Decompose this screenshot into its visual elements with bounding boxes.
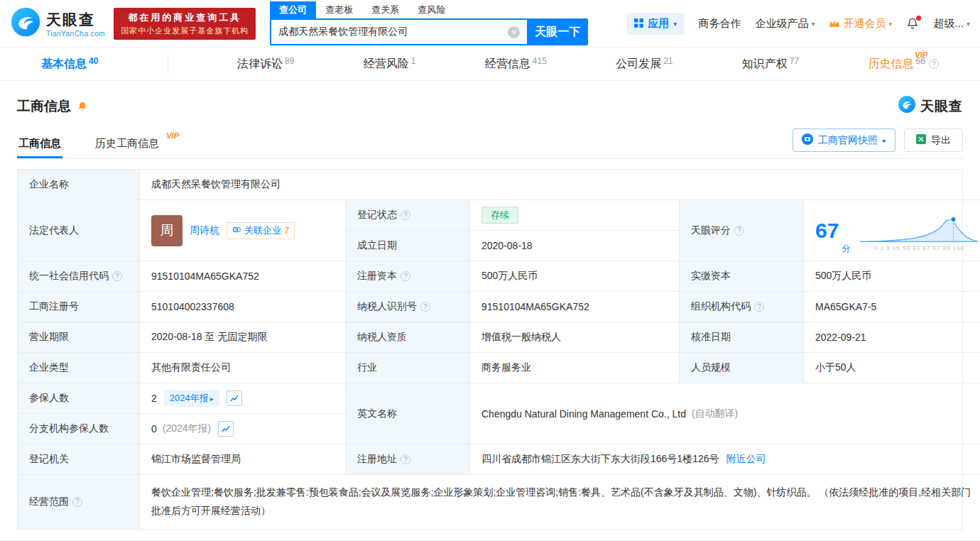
score-unit: 分 xyxy=(842,243,850,255)
brand-name: 天眼查 xyxy=(46,10,105,30)
chevron-down-icon: ▾ xyxy=(888,20,892,28)
search-tab-boss[interactable]: 查老板 xyxy=(316,1,362,18)
export-label: 导出 xyxy=(931,134,951,147)
label-credit-code: 统一社会信用代码 ? xyxy=(18,261,140,292)
chevron-down-icon: ▾ xyxy=(811,20,815,28)
notification-dot xyxy=(916,16,921,21)
help-icon[interactable]: ? xyxy=(754,302,764,312)
tab-operating-risk[interactable]: 经营风险 1 xyxy=(364,57,416,72)
chevron-right-icon: ▸ xyxy=(883,136,886,144)
clear-icon[interactable]: ✕ xyxy=(508,26,520,38)
chevron-down-icon: ▾ xyxy=(967,20,970,28)
label-text: 统一社会信用代码 xyxy=(29,270,109,283)
help-icon[interactable]: ? xyxy=(112,271,122,281)
auto-translate-note: (自动翻译) xyxy=(692,408,738,420)
tab-legal-proceedings[interactable]: 法律诉讼 89 xyxy=(237,57,294,72)
company-section-tabs: 基本信息 40 法律诉讼 89 经营风险 1 经营信息 415 公司发展 21 … xyxy=(0,47,980,81)
related-companies-badge[interactable]: 关联企业 7 xyxy=(227,222,295,239)
trend-chart-icon[interactable] xyxy=(218,421,234,437)
tab-label: 历史信息 xyxy=(869,57,914,72)
insured-number: 2 xyxy=(151,393,157,404)
value-taxpayer-id: 91510104MA65GKA752 xyxy=(470,292,680,322)
tab-basic-info[interactable]: 基本信息 40 xyxy=(41,57,98,72)
vip-badge: VIP xyxy=(166,131,179,140)
address-text: 四川省成都市锦江区东大街下东大街段166号1楼126号 xyxy=(481,453,719,466)
label-registration-number: 工商注册号 xyxy=(18,292,140,322)
label-registration-authority: 登记机关 xyxy=(18,444,140,475)
brand-domain: TianYanCha.com xyxy=(46,30,105,38)
label-org-code: 组织机构代码 ? xyxy=(680,292,804,322)
help-icon[interactable]: ? xyxy=(420,302,430,312)
label-text: 注册地址 xyxy=(357,453,397,466)
apps-button[interactable]: 应用 ▾ xyxy=(627,13,684,35)
search-tab-relation[interactable]: 查关系 xyxy=(362,1,408,18)
section-title: 工商信息 xyxy=(17,97,71,116)
value-company-type: 其他有限责任公司 xyxy=(140,353,346,383)
chevron-down-icon: ▾ xyxy=(673,20,677,28)
page: 天眼查 TianYanCha.com 都在用的商业查询工具 国家中小企业发展子基… xyxy=(0,0,980,541)
subtab-business-info[interactable]: 工商信息 xyxy=(17,137,62,158)
help-icon[interactable]: ? xyxy=(401,454,410,464)
grid-icon xyxy=(634,18,643,30)
value-registration-number: 510104002337608 xyxy=(140,292,346,322)
value-registration-status: 存续 xyxy=(470,200,680,231)
nav-enterprise-products[interactable]: 企业级产品 ▾ xyxy=(755,17,815,31)
score-number: 67 xyxy=(815,220,839,241)
value-org-code: MA65GKA7-5 xyxy=(804,292,980,322)
value-business-scope: 餐饮企业管理;餐饮服务;批发兼零售:预包装食品;会议及展览服务;企业形象策划;企… xyxy=(140,475,980,529)
tab-count: 89 xyxy=(285,56,294,66)
tab-intellectual-property[interactable]: 知识产权 77 xyxy=(742,57,799,72)
value-insured-count: 2 2024年报 ▸ xyxy=(140,383,346,414)
subscribe-bell-icon[interactable] xyxy=(77,101,88,112)
help-icon[interactable]: ? xyxy=(72,497,82,507)
search-tabs: 查公司 查老板 查关系 查风险 xyxy=(270,1,588,18)
label-registration-status: 登记状态 ? xyxy=(346,200,470,231)
top-bar: 天眼查 TianYanCha.com 都在用的商业查询工具 国家中小企业发展子基… xyxy=(0,0,980,47)
nav-super-label: 超级... xyxy=(933,17,964,31)
help-icon[interactable]: ? xyxy=(401,271,410,281)
tab-label: 经营风险 xyxy=(364,57,409,72)
tianyancha-logo-icon xyxy=(898,95,916,117)
tab-company-development[interactable]: 公司发展 21 xyxy=(616,57,673,72)
nearby-companies-link[interactable]: 附近公司 xyxy=(726,453,766,466)
search-tab-company[interactable]: 查公司 xyxy=(270,1,316,18)
status-badge: 存续 xyxy=(481,207,518,224)
score-axis-labels: 0 1 3 15 50 83 87 97 99 100 xyxy=(874,245,964,251)
help-icon[interactable]: ? xyxy=(734,226,744,236)
label-text: 纳税人识别号 xyxy=(357,300,417,313)
label-registered-address: 注册地址 ? xyxy=(346,444,470,475)
value-registered-address: 四川省成都市锦江区东大街下东大街段166号1楼126号 附近公司 xyxy=(470,444,980,475)
search-box: ✕ xyxy=(270,18,527,45)
label-branch-insured-count: 分支机构参保人数 xyxy=(18,414,140,444)
label-text: 登记状态 xyxy=(357,209,397,222)
value-taxpayer-quality: 增值税一般纳税人 xyxy=(470,322,680,353)
search-tab-risk[interactable]: 查风险 xyxy=(408,1,454,18)
subtab-history-business-info[interactable]: 历史工商信息 VIP xyxy=(94,137,160,158)
label-legal-representative: 法定代表人 xyxy=(18,200,140,261)
tab-history-info[interactable]: VIP 历史信息 66 ? xyxy=(869,57,939,72)
help-icon[interactable]: ? xyxy=(929,59,939,69)
help-icon[interactable]: ? xyxy=(401,210,410,220)
legal-rep-avatar[interactable]: 周 xyxy=(151,215,183,246)
branch-insured-number: 0 xyxy=(151,423,157,435)
official-snapshot-button[interactable]: 工商官网快照 ▸ xyxy=(793,129,895,152)
value-paid-capital: 500万人民币 xyxy=(804,261,980,292)
open-vip-button[interactable]: 开通会员 ▾ xyxy=(829,17,892,31)
tab-operating-info[interactable]: 经营信息 415 xyxy=(485,57,547,72)
notification-bell-icon[interactable] xyxy=(906,17,919,30)
annual-report-badge[interactable]: 2024年报 ▸ xyxy=(164,390,219,407)
value-registered-capital: 500万人民币 xyxy=(470,261,680,292)
search-button[interactable]: 天眼一下 xyxy=(527,18,588,45)
legal-rep-name-link[interactable]: 周诗杭 xyxy=(190,224,219,237)
nav-cooperation[interactable]: 商务合作 xyxy=(698,17,741,31)
export-button[interactable]: 导出 xyxy=(904,129,963,152)
search-input[interactable] xyxy=(278,26,508,38)
tianyancha-logo[interactable]: 天眼查 TianYanCha.com xyxy=(10,6,105,40)
label-business-term: 营业期限 xyxy=(18,322,140,353)
annual-report-label: 2024年报 xyxy=(170,392,209,405)
tab-count: 21 xyxy=(663,56,673,66)
nav-super-vip[interactable]: 超级... ▾ xyxy=(933,17,970,31)
value-tianyancha-score[interactable]: 67 分 0 1 3 15 50 83 87 97 99 100 xyxy=(804,200,980,261)
tab-count: 1 xyxy=(411,56,416,66)
trend-chart-icon[interactable] xyxy=(227,390,242,406)
